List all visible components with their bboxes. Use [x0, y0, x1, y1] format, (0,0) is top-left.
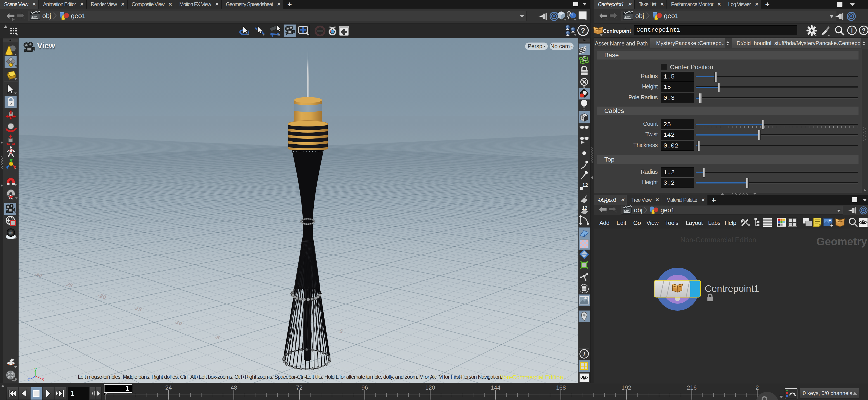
svg-text:i: i: [583, 350, 585, 358]
svg-text:12: 12: [582, 205, 587, 211]
svg-text:?: ?: [862, 27, 866, 34]
svg-text:x: x: [41, 376, 44, 381]
svg-text:-30: -30: [33, 270, 43, 279]
svg-text:i: i: [851, 27, 853, 34]
svg-text:y: y: [34, 368, 37, 371]
svg-text:-10: -10: [174, 318, 183, 327]
svg-text:?: ?: [581, 27, 585, 35]
svg-text:-5: -5: [214, 334, 221, 341]
svg-text:22x: 22x: [9, 232, 13, 234]
svg-text:z: z: [28, 377, 30, 381]
svg-text:-15: -15: [133, 304, 143, 313]
